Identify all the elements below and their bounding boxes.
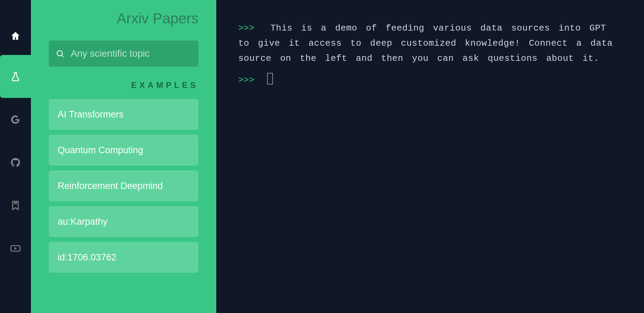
example-item[interactable]: AI Transformers	[49, 99, 198, 130]
example-item[interactable]: Quantum Computing	[49, 135, 198, 166]
svg-line-2	[61, 55, 63, 57]
prompt-marker: >>>	[238, 23, 254, 33]
example-item[interactable]: Reinforcement Deepmind	[49, 170, 198, 201]
example-item-label: au:Karpathy	[58, 216, 108, 227]
home-icon	[10, 31, 21, 42]
examples-header: EXAMPLES	[49, 80, 198, 90]
nav-home[interactable]	[0, 17, 31, 55]
nav-youtube[interactable]	[0, 227, 31, 270]
terminal-area[interactable]: >>> This is a demo of feeding various da…	[216, 0, 644, 313]
example-item[interactable]: au:Karpathy	[49, 206, 198, 237]
search-icon	[56, 49, 65, 58]
nav-github[interactable]	[0, 141, 31, 184]
nav-arxiv[interactable]	[0, 55, 31, 98]
example-item[interactable]: id:1706.03762	[49, 242, 198, 273]
nav-bookmark[interactable]	[0, 184, 31, 227]
prompt-marker: >>>	[238, 75, 254, 85]
search-input[interactable]	[71, 48, 194, 59]
icon-rail	[0, 0, 31, 313]
google-icon	[10, 114, 21, 125]
example-item-label: Quantum Computing	[58, 145, 143, 156]
svg-point-1	[57, 51, 62, 56]
terminal-input-line[interactable]: >>>	[238, 72, 622, 88]
arxiv-sidebar-panel: Arxiv Papers EXAMPLES AI Transformers Qu…	[31, 0, 216, 313]
github-icon	[10, 157, 21, 168]
terminal-intro-block: >>> This is a demo of feeding various da…	[238, 21, 622, 66]
bookmark-icon	[10, 200, 21, 211]
flask-icon	[10, 71, 21, 82]
terminal-cursor	[267, 73, 273, 85]
youtube-icon	[10, 243, 21, 254]
terminal-intro-text: This is a demo of feeding various data s…	[238, 23, 613, 64]
search-row[interactable]	[49, 41, 198, 67]
example-item-label: id:1706.03762	[58, 252, 116, 263]
example-item-label: Reinforcement Deepmind	[58, 181, 163, 191]
nav-google[interactable]	[0, 98, 31, 141]
panel-title: Arxiv Papers	[49, 10, 198, 27]
example-item-label: AI Transformers	[58, 109, 124, 120]
